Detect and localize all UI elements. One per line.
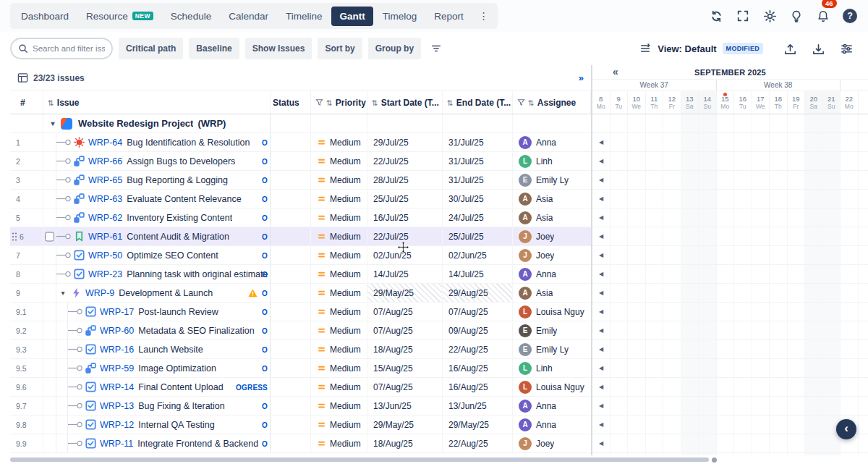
start-date-cell[interactable]: 29/Jul/25 [367,133,443,151]
issue-key-link[interactable]: WRP-59 [100,363,134,374]
dependency-link-icon[interactable] [56,269,71,279]
end-date-cell[interactable]: 30/Jul/25 [443,190,513,208]
day-column-header[interactable]: 11Th [646,91,664,114]
issue-title[interactable]: Bug Reporting & Logging [127,175,228,185]
issue-key-link[interactable]: WRP-63 [88,194,122,204]
issue-key-link[interactable]: WRP-16 [100,345,134,355]
table-row[interactable]: 7WRP-50Optimize SEO ContentOMedium02/Jun… [10,246,591,265]
table-row[interactable]: 9.5WRP-59Image OptimizationOMedium15/Aug… [10,359,591,378]
table-row[interactable]: 9.9WRP-11Integrate Frontend & BackendOMe… [10,434,591,453]
issue-title[interactable]: Development & Launch [119,288,213,298]
show-issues-button[interactable]: Show Issues [245,38,312,59]
priority-cell[interactable]: Medium [311,340,367,358]
start-date-cell[interactable]: 15/Aug/25 [367,359,443,377]
tab-dashboard[interactable]: Dashboard [13,7,77,26]
priority-cell[interactable]: Medium [311,284,367,302]
day-column-header[interactable]: 8Mo [592,91,610,114]
end-date-cell[interactable]: 22/Aug/25 [443,434,513,452]
table-row[interactable]: 2WRP-66Assign Bugs to DevelopersOMedium2… [10,152,591,171]
sort-icon[interactable]: ⇅ [326,98,333,107]
day-column-header[interactable]: 19Fr [788,91,806,114]
day-column-header[interactable]: 21Su [823,91,841,114]
offscreen-task-arrow-icon[interactable]: ◀ [599,158,603,164]
priority-cell[interactable]: Medium [311,416,367,434]
timeline-row[interactable]: ◀ [592,208,868,227]
timeline-row[interactable]: ◀ [592,340,868,359]
issue-title[interactable]: Metadata & SEO Finalization [138,326,255,336]
start-date-cell[interactable]: 07/Aug/25 [367,378,443,396]
priority-cell[interactable]: Medium [311,208,367,227]
issue-key-link[interactable]: WRP-64 [88,138,122,148]
dependency-link-icon[interactable] [56,213,71,222]
scrollbar-thumb[interactable] [10,457,709,462]
column-header-end-date[interactable]: ⇅End Date (T... [443,91,513,114]
timeline-body[interactable]: ◀◀◀◀◀◀◀◀◀◀◀◀◀◀◀◀◀ [592,114,868,455]
assignee-cell[interactable]: LLouisa Nguy [513,378,591,396]
table-row[interactable]: 5WRP-62Inventory Existing ContentOMedium… [10,208,591,227]
start-date-cell[interactable]: 25/Jul/25 [367,190,443,208]
dependency-link-icon[interactable] [68,363,82,373]
offscreen-task-arrow-icon[interactable]: ◀ [599,365,603,371]
assignee-cell[interactable]: AAnna [513,397,591,415]
end-date-cell[interactable]: 31/Jul/25 [443,171,513,189]
column-header-assignee[interactable]: ⇅Assignee [513,91,591,114]
issue-key-link[interactable]: WRP-60 [100,326,134,336]
priority-cell[interactable]: Medium [311,434,367,452]
issue-key-link[interactable]: WRP-9 [85,288,114,298]
column-header-status[interactable]: Status [271,91,311,114]
start-date-cell[interactable]: 07/Aug/25 [367,303,443,321]
issue-key-link[interactable]: WRP-14 [100,382,134,392]
issue-title[interactable]: Internal QA Testing [138,420,214,430]
tab-gantt[interactable]: Gantt [331,7,373,26]
expand-panel-icon[interactable]: » [579,72,584,83]
assignee-cell[interactable]: JJoey [513,227,591,245]
timeline-row[interactable]: ◀ [592,321,868,340]
start-date-cell[interactable]: 18/Aug/25 [367,340,443,358]
table-row[interactable]: 1WRP-64Bug Identification & ResolutionOM… [10,133,591,152]
assignee-cell[interactable]: JJoey [513,246,591,264]
day-column-header[interactable]: 18Th [770,91,788,114]
timeline-row[interactable]: ◀ [592,378,868,397]
start-date-cell[interactable]: 02/Jun/25 [367,246,443,264]
tab-timelog[interactable]: Timelog [375,7,425,26]
chevron-down-icon[interactable]: ▾ [48,119,58,127]
issue-key-link[interactable]: WRP-66 [88,156,122,166]
column-settings-icon[interactable] [840,42,854,56]
table-row[interactable]: 9.3WRP-16Launch WebsiteOMedium18/Aug/252… [10,340,591,359]
timeline-row[interactable]: ◀ [592,397,868,416]
table-row[interactable]: 6WRP-61Content Audit & MigrationOMedium2… [10,227,591,246]
start-date-cell[interactable]: 18/Aug/25 [367,434,443,452]
priority-cell[interactable]: Medium [311,397,367,415]
table-row[interactable]: 8WRP-23Planning task with original estim… [10,265,591,284]
assignee-cell[interactable]: EEmily Ly [513,340,591,358]
end-date-cell[interactable]: 22/Aug/25 [443,340,513,358]
tab-schedule[interactable]: Schedule [163,7,219,26]
table-row[interactable]: 9.6WRP-14Final Content UploadOGRESSMediu… [10,378,591,397]
priority-cell[interactable]: Medium [311,190,367,208]
priority-cell[interactable]: Medium [311,133,367,151]
project-name[interactable]: Website Redesign Project [78,118,193,129]
issue-title[interactable]: Launch Website [138,345,203,355]
critical-path-button[interactable]: Critical path [119,38,183,59]
timeline-row[interactable]: ◀ [592,190,868,208]
offscreen-task-arrow-icon[interactable]: ◀ [599,384,603,390]
end-date-cell[interactable]: 02/Jun/25 [443,246,513,264]
column-header-num[interactable]: # [10,91,43,114]
timeline-row[interactable]: ◀ [592,284,868,303]
issue-title[interactable]: Bug Identification & Resolution [127,138,250,148]
project-row[interactable]: ▾ Website Redesign Project (WRP) [10,114,591,133]
row-checkbox[interactable] [45,232,54,241]
issue-key-link[interactable]: WRP-65 [88,175,122,185]
issue-title[interactable]: Integrate Frontend & Backend [137,439,258,449]
assignee-cell[interactable]: AAsia [513,284,591,302]
issue-title[interactable]: Inventory Existing Content [127,213,232,223]
offscreen-task-arrow-icon[interactable]: ◀ [599,327,603,334]
priority-cell[interactable]: Medium [311,359,367,377]
issue-title[interactable]: Post-launch Review [138,307,218,317]
issue-key-link[interactable]: WRP-12 [100,420,134,430]
start-date-cell[interactable]: 22/Jul/25 [367,152,443,170]
table-row[interactable]: 9.1WRP-17Post-launch ReviewOMedium07/Aug… [10,303,591,321]
assignee-cell[interactable]: AAnna [513,265,591,283]
day-column-header[interactable]: 15Mo [717,91,735,114]
view-label[interactable]: View: Default [658,43,716,54]
